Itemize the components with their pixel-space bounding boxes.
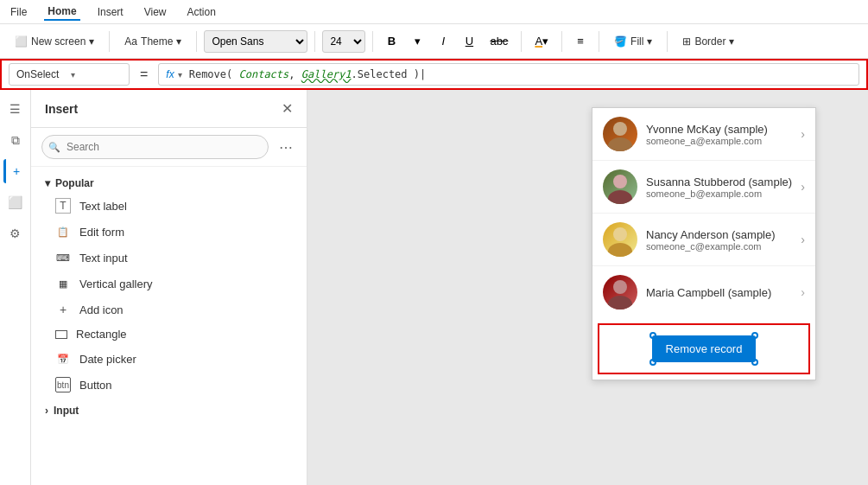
chevron-right-icon-input: › <box>45 405 48 417</box>
menu-file[interactable]: File <box>7 4 30 20</box>
contact-list: Yvonne McKay (sample) someone_a@example.… <box>592 108 815 318</box>
border-icon: ⊞ <box>682 35 691 48</box>
italic-button[interactable]: I <box>432 30 454 53</box>
separator-8 <box>667 31 668 52</box>
more-options-button[interactable]: ⋯ <box>276 137 296 157</box>
search-input[interactable] <box>41 135 269 159</box>
remove-record-button[interactable]: Remove record <box>652 335 757 362</box>
formula-equals-sign: = <box>136 67 151 82</box>
rectangle-icon <box>55 330 67 339</box>
font-size-select[interactable]: 24 <box>322 30 365 53</box>
contact-item-4[interactable]: Maria Campbell (sample) › <box>592 266 815 318</box>
separator-7 <box>599 31 599 52</box>
svg-point-2 <box>613 175 627 188</box>
separator-1 <box>109 31 110 52</box>
remove-record-container: Remove record <box>598 323 810 374</box>
chevron-down-icon-5: ▾ <box>729 35 734 48</box>
date-picker-icon: 📅 <box>55 351 71 367</box>
border-button[interactable]: ⊞ Border ▾ <box>675 31 742 52</box>
font-color-button[interactable]: A ▾ <box>529 30 554 53</box>
contact-chevron-4: › <box>801 285 805 299</box>
svg-point-4 <box>613 227 627 241</box>
insert-item-date-picker[interactable]: 📅 Date picker <box>31 346 307 372</box>
svg-point-3 <box>608 190 632 204</box>
bold-chevron[interactable]: ▾ <box>406 30 428 53</box>
button-icon: btn <box>55 377 71 392</box>
add-icon-icon: + <box>55 302 71 317</box>
edit-form-icon: 📋 <box>55 224 71 239</box>
hamburger-icon[interactable]: ☰ <box>3 97 28 121</box>
align-button[interactable]: ≡ <box>569 30 592 53</box>
contact-item-2[interactable]: Susanna Stubberod (sample) someone_b@exa… <box>592 161 815 214</box>
separator-3 <box>314 31 315 52</box>
chevron-down-icon: ▾ <box>89 35 94 48</box>
separator-4 <box>372 31 373 52</box>
canvas-area: Yvonne McKay (sample) someone_a@example.… <box>307 90 868 485</box>
text-label-icon: T <box>55 198 71 214</box>
insert-item-edit-form[interactable]: 📋 Edit form <box>31 219 307 245</box>
vertical-gallery-icon: ▦ <box>55 276 71 291</box>
formula-property-selector[interactable]: OnSelect ▾ <box>9 63 130 86</box>
contact-chevron-2: › <box>801 180 805 194</box>
chevron-down-icon-fx: ▾ <box>178 70 182 80</box>
chevron-down-icon-3: ▾ <box>542 35 548 48</box>
formula-text: Remove( Contacts, Gallery1.Selected )| <box>189 68 427 80</box>
property-chevron-icon: ▾ <box>71 70 122 80</box>
chevron-down-icon-2: ▾ <box>176 35 181 48</box>
font-select[interactable]: Open Sans <box>204 30 307 53</box>
close-insert-button[interactable]: ✕ <box>282 100 293 117</box>
fx-label: fx <box>166 68 174 80</box>
insert-item-add-icon[interactable]: + Add icon <box>31 297 307 322</box>
menu-view[interactable]: View <box>141 4 170 20</box>
insert-panel-header: Insert ✕ <box>31 90 307 128</box>
insert-item-text-input[interactable]: ⌨ Text input <box>31 245 307 271</box>
contact-info-2: Susanna Stubberod (sample) someone_b@exa… <box>646 175 801 199</box>
underline-button[interactable]: U <box>458 30 480 53</box>
insert-item-button[interactable]: btn Button <box>31 372 307 398</box>
insert-items-list: ▾ Popular T Text label 📋 Edit form ⌨ Tex… <box>31 167 307 485</box>
input-section-header[interactable]: › Input <box>31 401 307 420</box>
new-screen-button[interactable]: ⬜ New screen ▾ <box>7 31 102 52</box>
separator-2 <box>196 31 197 52</box>
contact-item-3[interactable]: Nancy Anderson (sample) someone_c@exampl… <box>592 214 815 266</box>
separator-5 <box>521 31 522 52</box>
formula-bar: OnSelect ▾ = fx ▾ Remove( Contacts, Gall… <box>0 59 868 90</box>
layers-icon[interactable]: ⧉ <box>3 128 28 152</box>
insert-item-text-label[interactable]: T Text label <box>31 193 307 219</box>
contact-info-3: Nancy Anderson (sample) someone_c@exampl… <box>646 228 801 252</box>
settings-icon[interactable]: ⚙ <box>3 221 28 246</box>
app-preview: Yvonne McKay (sample) someone_a@example.… <box>592 107 816 380</box>
separator-6 <box>561 31 562 52</box>
menu-home[interactable]: Home <box>44 3 79 21</box>
toolbar: ⬜ New screen ▾ Aa Theme ▾ Open Sans 24 B… <box>0 24 868 59</box>
chevron-down-icon-4: ▾ <box>647 35 652 48</box>
insert-item-rectangle[interactable]: Rectangle <box>31 322 307 346</box>
fill-icon: 🪣 <box>614 35 627 48</box>
menu-action[interactable]: Action <box>184 4 219 20</box>
avatar-1 <box>603 117 637 151</box>
theme-icon: Aa <box>124 35 137 48</box>
popular-section-header[interactable]: ▾ Popular <box>31 174 307 193</box>
insert-item-vertical-gallery[interactable]: ▦ Vertical gallery <box>31 271 307 297</box>
menu-bar: File Home Insert View Action <box>0 0 868 24</box>
insert-panel-title: Insert <box>45 102 78 116</box>
theme-button[interactable]: Aa Theme ▾ <box>117 31 189 52</box>
contact-item-1[interactable]: Yvonne McKay (sample) someone_a@example.… <box>592 108 815 161</box>
search-wrapper: 🔍 <box>41 135 269 159</box>
side-icons-panel: ☰ ⧉ + ⬜ ⚙ <box>0 90 31 485</box>
contact-info-1: Yvonne McKay (sample) someone_a@example.… <box>646 123 801 146</box>
contact-info-4: Maria Campbell (sample) <box>646 286 801 299</box>
insert-icon[interactable]: + <box>3 159 28 183</box>
avatar-2 <box>603 169 637 204</box>
bold-button[interactable]: B <box>380 30 402 53</box>
strikethrough-button[interactable]: abc <box>484 30 514 53</box>
formula-input-area[interactable]: fx ▾ Remove( Contacts, Gallery1.Selected… <box>158 63 859 86</box>
chevron-down-icon-popular: ▾ <box>45 177 50 189</box>
menu-insert[interactable]: Insert <box>94 4 127 20</box>
svg-point-6 <box>613 280 627 294</box>
search-icon: 🔍 <box>48 142 60 153</box>
fill-button[interactable]: 🪣 Fill ▾ <box>606 31 660 52</box>
svg-point-0 <box>613 122 627 136</box>
avatar-4 <box>603 275 637 310</box>
data-icon[interactable]: ⬜ <box>3 190 28 214</box>
